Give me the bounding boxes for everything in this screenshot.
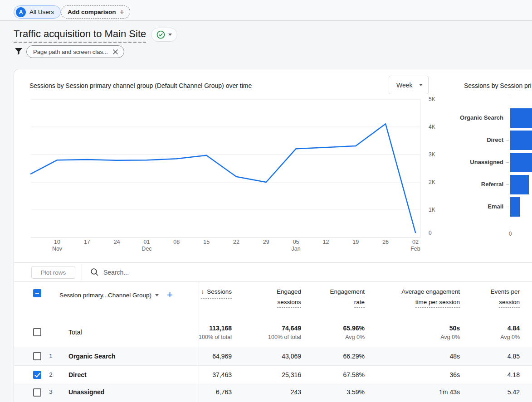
all-users-chip[interactable]: A All Users [14, 5, 61, 19]
bar-chart-title: Sessions by Session pri [464, 82, 532, 89]
svg-text:22: 22 [233, 239, 239, 245]
bar [510, 197, 520, 217]
cell-sessions: 64,969 [212, 353, 232, 360]
line-chart-title: Sessions by Session primary channel grou… [29, 82, 252, 89]
svg-text:10: 10 [54, 239, 60, 245]
bar-category-label: Direct [487, 136, 503, 143]
row-checkbox[interactable] [33, 388, 41, 397]
row-index: 2 [42, 371, 59, 378]
svg-text:24: 24 [114, 239, 120, 245]
total-avg-time-sub: Avg 0% [440, 334, 460, 340]
total-sessions-sub: 100% of total [199, 334, 232, 340]
bar-axis [510, 97, 510, 227]
svg-text:29: 29 [263, 239, 269, 245]
bar-category-label: Organic Search [460, 114, 503, 121]
table-toolbar: Plot rows [14, 263, 532, 281]
column-header-engaged-sessions[interactable]: Engagedsessions [232, 282, 301, 308]
row-label: Direct [59, 371, 199, 378]
filter-bar: Page path and screen clas... [14, 45, 124, 58]
table-row: 2 Direct 37,463 25,316 67.58% 36s 4.18 [14, 365, 532, 384]
total-sessions: 113,168 [209, 325, 232, 332]
svg-text:Jan: Jan [292, 246, 301, 252]
granularity-value: Week [396, 82, 413, 89]
cell-avg-time: 48s [449, 353, 460, 360]
cell-events: 4.85 [508, 353, 520, 360]
column-header-avg-engagement-time[interactable]: Average engagementtime per session [365, 282, 460, 308]
cell-rate: 3.59% [347, 388, 365, 396]
add-dimension-button[interactable]: + [167, 290, 173, 300]
total-engaged: 74,649 [282, 325, 301, 332]
avatar: A [16, 7, 26, 17]
column-header-events-per-session[interactable]: Events persession [460, 282, 520, 308]
row-label: Unassigned [59, 388, 199, 396]
svg-text:1K: 1K [429, 207, 435, 213]
svg-text:26: 26 [382, 239, 389, 245]
bar-category-label: Referral [481, 181, 503, 188]
svg-text:01: 01 [144, 239, 150, 245]
bar-tick [506, 162, 509, 163]
svg-text:0: 0 [429, 230, 432, 236]
plot-rows-button[interactable]: Plot rows [31, 266, 75, 279]
bar [510, 131, 532, 150]
total-avg-time: 50s [449, 325, 460, 332]
chevron-down-icon[interactable] [155, 294, 159, 296]
column-separator [199, 281, 199, 402]
report-card: Sessions by Session primary channel grou… [14, 69, 532, 402]
total-rate-sub: Avg 0% [345, 334, 365, 340]
bar [510, 108, 532, 128]
total-events: 4.84 [508, 325, 520, 332]
cell-rate: 67.58% [343, 371, 365, 378]
report-status-badge[interactable] [151, 28, 177, 42]
cell-engaged: 25,316 [282, 371, 301, 378]
column-header-engagement-rate[interactable]: Engagementrate [301, 282, 365, 308]
svg-text:19: 19 [352, 239, 359, 245]
row-index: 3 [42, 388, 59, 395]
all-users-label: All Users [29, 9, 54, 15]
chevron-down-icon [168, 34, 172, 36]
svg-text:5K: 5K [429, 96, 435, 102]
row-checkbox[interactable] [33, 328, 41, 336]
row-label: Organic Search [59, 353, 199, 360]
bar-tick [506, 118, 509, 118]
table-row-total: Total 113,168100% of total 74,649100% of… [14, 318, 532, 347]
close-icon[interactable] [112, 49, 118, 55]
filter-funnel-icon [14, 47, 24, 57]
cell-sessions: 37,463 [212, 371, 232, 378]
add-comparison-chip[interactable]: Add comparison + [61, 5, 130, 19]
svg-text:15: 15 [203, 239, 210, 245]
select-all-checkbox[interactable] [33, 289, 41, 297]
bar [510, 153, 532, 172]
total-events-sub: Avg 0% [500, 334, 520, 340]
search-input[interactable] [103, 269, 221, 276]
bar-axis-zero-label: 0 [502, 231, 518, 237]
column-header-sessions[interactable]: ↓Sessions [199, 282, 232, 299]
check-circle-icon [156, 30, 165, 39]
table-row: 1 Organic Search 64,969 43,069 66.29% 48… [14, 347, 532, 365]
row-checkbox[interactable] [33, 352, 41, 360]
app: A All Users Add comparison + Traffic acq… [0, 0, 532, 402]
row-label: Total [59, 329, 199, 336]
plus-icon: + [120, 8, 125, 16]
granularity-dropdown[interactable]: Week [389, 76, 429, 94]
svg-text:02: 02 [412, 239, 419, 245]
chevron-down-icon [419, 84, 423, 86]
dimension-header[interactable]: Session primary...Channel Group) [59, 292, 151, 299]
svg-text:2K: 2K [429, 179, 435, 185]
cell-rate: 66.29% [343, 353, 365, 360]
filter-chip[interactable]: Page path and screen clas... [26, 45, 124, 58]
cell-events: 5.42 [508, 388, 520, 396]
row-checkbox[interactable] [33, 371, 41, 379]
svg-text:08: 08 [173, 239, 180, 245]
table-header-row: Session primary...Channel Group) + ↓Sess… [14, 282, 532, 318]
bar-tick [506, 184, 509, 185]
svg-text:12: 12 [323, 239, 329, 245]
cell-sessions: 6,763 [216, 388, 232, 396]
page-title: Traffic acquisition to Main Site [14, 28, 146, 43]
table-row: 3 Unassigned 6,763 243 3.59% 1m 43s 5.42 [14, 384, 532, 402]
svg-text:17: 17 [84, 239, 90, 245]
line-chart: 01K2K3K4K5K10Nov172401Dec0815222905Jan12… [14, 96, 436, 255]
search-icon [90, 268, 99, 276]
bar-category-label: Email [488, 203, 503, 210]
total-engaged-sub: 100% of total [268, 334, 301, 340]
divider [82, 264, 82, 280]
